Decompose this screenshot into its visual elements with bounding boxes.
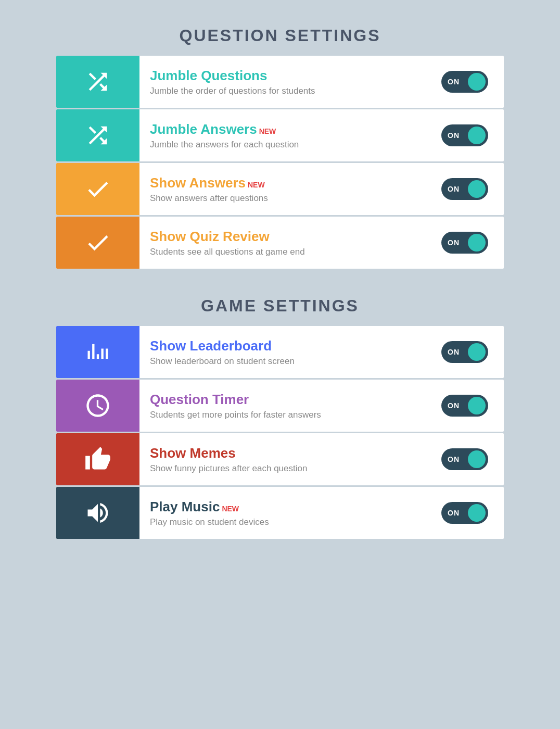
show-quiz-review-icon-bg — [56, 217, 139, 269]
show-leaderboard-label: Show Leaderboard — [150, 338, 415, 354]
play-music-toggle-label: ON — [448, 509, 460, 517]
thumbsup-icon — [84, 446, 111, 473]
music-icon — [84, 499, 111, 526]
question-timer-icon-bg — [56, 380, 139, 432]
question-timer-label: Question Timer — [150, 392, 415, 408]
jumble-questions-toggle-label: ON — [448, 78, 460, 86]
jumble-questions-label: Jumble Questions — [150, 68, 415, 84]
shuffle-icon — [84, 68, 111, 95]
show-memes-toggle[interactable]: ON — [441, 448, 488, 470]
show-memes-label: Show Memes — [150, 445, 415, 461]
jumble-answers-new-badge: NEW — [259, 127, 276, 135]
jumble-questions-icon-bg — [56, 56, 139, 108]
jumble-answers-icon-bg — [56, 109, 139, 161]
play-music-toggle-thumb — [468, 504, 486, 522]
shuffle-icon-2 — [84, 122, 111, 149]
show-leaderboard-desc: Show leaderboard on student screen — [150, 356, 415, 367]
jumble-questions-toggle-wrap[interactable]: ON — [426, 71, 504, 93]
jumble-answers-desc: Jumble the answers for each question — [150, 140, 415, 150]
show-leaderboard-toggle-wrap[interactable]: ON — [426, 341, 504, 363]
play-music-label: Play MusicNEW — [150, 499, 415, 515]
show-quiz-review-content: Show Quiz Review Students see all questi… — [139, 219, 426, 267]
show-answers-icon-bg — [56, 163, 139, 215]
jumble-answers-toggle-wrap[interactable]: ON — [426, 124, 504, 146]
jumble-questions-toggle[interactable]: ON — [441, 71, 488, 93]
jumble-answers-toggle[interactable]: ON — [441, 124, 488, 146]
show-leaderboard-content: Show Leaderboard Show leaderboard on stu… — [139, 329, 426, 376]
question-timer-toggle-label: ON — [448, 401, 460, 410]
show-answers-toggle-wrap[interactable]: ON — [426, 178, 504, 200]
question-settings-container: Jumble Questions Jumble the order of que… — [56, 56, 504, 270]
question-timer-toggle-thumb — [468, 397, 486, 414]
question-timer-row: Question Timer Students get more points … — [56, 380, 504, 432]
question-timer-toggle[interactable]: ON — [441, 395, 488, 417]
show-answers-content: Show AnswersNEW Show answers after quest… — [139, 166, 426, 213]
show-answers-toggle[interactable]: ON — [441, 178, 488, 200]
show-answers-desc: Show answers after questions — [150, 193, 415, 204]
game-settings-title: GAME SETTINGS — [201, 296, 359, 316]
question-timer-content: Question Timer Students get more points … — [139, 382, 426, 430]
jumble-answers-row: Jumble AnswersNEW Jumble the answers for… — [56, 109, 504, 161]
show-quiz-review-row: Show Quiz Review Students see all questi… — [56, 217, 504, 269]
play-music-new-badge: NEW — [222, 505, 239, 513]
show-memes-content: Show Memes Show funny pictures after eac… — [139, 436, 426, 483]
play-music-row: Play MusicNEW Play music on student devi… — [56, 487, 504, 539]
checkmark-icon — [84, 175, 111, 203]
show-memes-toggle-wrap[interactable]: ON — [426, 448, 504, 470]
show-quiz-review-toggle-wrap[interactable]: ON — [426, 232, 504, 254]
show-answers-new-badge: NEW — [248, 181, 265, 189]
show-answers-label: Show AnswersNEW — [150, 175, 415, 191]
show-quiz-review-toggle-label: ON — [448, 238, 460, 247]
show-memes-toggle-thumb — [468, 450, 486, 468]
show-memes-desc: Show funny pictures after each question — [150, 463, 415, 474]
game-settings-container: Show Leaderboard Show leaderboard on stu… — [56, 326, 504, 541]
show-answers-toggle-label: ON — [448, 185, 460, 193]
question-settings-title: QUESTION SETTINGS — [179, 26, 380, 45]
question-timer-desc: Students get more points for faster answ… — [150, 410, 415, 420]
jumble-answers-content: Jumble AnswersNEW Jumble the answers for… — [139, 112, 426, 159]
show-leaderboard-row: Show Leaderboard Show leaderboard on stu… — [56, 326, 504, 378]
play-music-icon-bg — [56, 487, 139, 539]
leaderboard-icon — [84, 338, 111, 366]
jumble-answers-toggle-thumb — [468, 127, 486, 144]
show-answers-row: Show AnswersNEW Show answers after quest… — [56, 163, 504, 215]
clock-icon — [84, 392, 111, 419]
play-music-toggle-wrap[interactable]: ON — [426, 502, 504, 524]
show-leaderboard-toggle-thumb — [468, 343, 486, 361]
show-leaderboard-icon-bg — [56, 326, 139, 378]
play-music-desc: Play music on student devices — [150, 517, 415, 527]
jumble-questions-desc: Jumble the order of questions for studen… — [150, 86, 415, 96]
show-leaderboard-toggle[interactable]: ON — [441, 341, 488, 363]
jumble-questions-row: Jumble Questions Jumble the order of que… — [56, 56, 504, 108]
checkmark-icon-2 — [84, 229, 111, 256]
show-quiz-review-label: Show Quiz Review — [150, 229, 415, 245]
jumble-questions-content: Jumble Questions Jumble the order of que… — [139, 58, 426, 106]
show-quiz-review-toggle[interactable]: ON — [441, 232, 488, 254]
show-memes-toggle-label: ON — [448, 455, 460, 463]
jumble-answers-label: Jumble AnswersNEW — [150, 121, 415, 137]
jumble-answers-toggle-label: ON — [448, 131, 460, 140]
show-quiz-review-toggle-thumb — [468, 234, 486, 252]
show-answers-toggle-thumb — [468, 180, 486, 198]
question-timer-toggle-wrap[interactable]: ON — [426, 395, 504, 417]
play-music-toggle[interactable]: ON — [441, 502, 488, 524]
show-quiz-review-desc: Students see all questions at game end — [150, 247, 415, 257]
jumble-questions-toggle-thumb — [468, 73, 486, 91]
play-music-content: Play MusicNEW Play music on student devi… — [139, 489, 426, 537]
show-memes-row: Show Memes Show funny pictures after eac… — [56, 433, 504, 485]
show-leaderboard-toggle-label: ON — [448, 348, 460, 356]
show-memes-icon-bg — [56, 433, 139, 485]
